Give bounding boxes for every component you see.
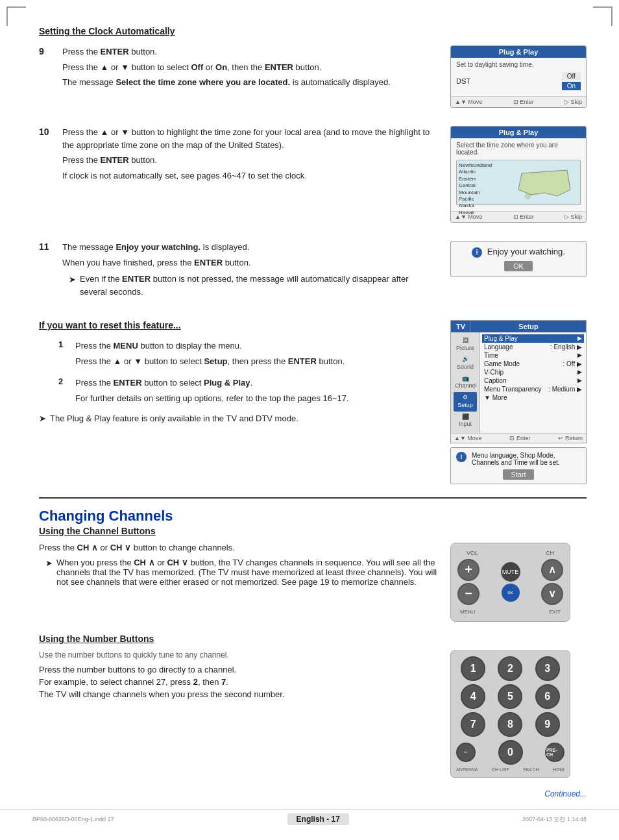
setup-item-time: Time ▶ [484, 351, 582, 360]
setup-item-caption-arrow: ▶ [577, 377, 582, 384]
num-btn-3[interactable]: 3 [535, 656, 560, 681]
tz-labels: Newfoundland Atlantic Eastern Central Mo… [459, 162, 492, 216]
timezone-subtitle: Select the time zone where you are locat… [456, 142, 581, 156]
step10-line2: Press the ENTER button. [62, 154, 437, 167]
tz-eastern: Eastern [459, 176, 492, 182]
note-arrow: ➤ [69, 273, 76, 298]
enjoy-text-row: i Enjoy your watching. [456, 247, 581, 258]
vol-down-button[interactable]: − [457, 583, 479, 605]
dst-subtitle: Set to daylight saving time. [456, 61, 581, 68]
reset-note: ➤ The Plug & Play feature is only availa… [39, 414, 437, 423]
ch-buttons-row: Press the CH ∧ or CH ∨ button to change … [39, 543, 587, 622]
sidebar-setup: ⚙Setup [454, 392, 477, 411]
setup-item-gamemode: Game Mode : Off ▶ [484, 360, 582, 368]
tz-central: Central [459, 182, 492, 189]
clock-section: Setting the Clock Automatically 9 Press … [39, 26, 587, 484]
vol-up-button[interactable]: + [457, 559, 479, 581]
dst-footer-enter: ⊡ Enter [513, 99, 534, 105]
prev-ch-btn[interactable]: PRE-CH [545, 743, 564, 762]
page: Setting the Clock Automatically 9 Press … [0, 0, 619, 840]
step11-line2: When you have finished, press the ENTER … [62, 256, 437, 269]
dst-label: DST [456, 77, 470, 85]
sidebar-picture: 🖼Picture [454, 335, 477, 354]
step11-note: ➤ Even if the ENTER button is not presse… [62, 273, 437, 298]
mute-button[interactable]: MUTE [501, 562, 520, 582]
step9-img: Plug & Play Set to daylight saving time.… [450, 45, 587, 114]
num-buttons-text: Use the number buttons to quickly tune t… [39, 650, 437, 778]
reset-step1-num: 1 [58, 340, 69, 370]
dst-off-option: Off [562, 72, 581, 80]
mute-area: MUTE ok [501, 562, 520, 602]
sidebar-sound: 🔊Sound [454, 354, 477, 373]
step10-row: 10 Press the ▲ or ▼ button to highlight … [39, 126, 587, 229]
reset-step2-line1: Press the ENTER button to select Plug & … [75, 377, 437, 389]
reset-note-text: The Plug & Play feature is only availabl… [50, 414, 298, 423]
setup-item-vchip: V-Chip ▶ [484, 368, 582, 377]
dash-btn[interactable]: − [456, 743, 476, 762]
start-text2: Channels and Time will be set. [472, 459, 560, 466]
setup-footer-move: ▲▼ Move [454, 435, 481, 441]
setup-item-menutrans-label: Menu Transparency [484, 386, 541, 393]
vol-label: VOL [467, 550, 478, 556]
setup-content: Plug & Play ▶ Language : English ▶ Time … [480, 332, 586, 433]
dst-footer: ▲▼ Move ⊡ Enter ▷ Skip [451, 96, 586, 107]
step11-num: 11 [39, 241, 56, 298]
ok-center-button[interactable]: ok [502, 584, 520, 602]
num-btn-9[interactable]: 9 [535, 712, 560, 737]
tz-footer-enter: ⊡ Enter [513, 214, 534, 220]
num-btn-8[interactable]: 8 [498, 712, 522, 737]
setup-item-caption-label: Caption [484, 377, 506, 384]
step11-note-text: Even if the ENTER button is not pressed,… [80, 273, 437, 298]
tz-atlantic: Atlantic [459, 169, 492, 175]
reset-text: If you want to reset this feature... 1 P… [39, 320, 437, 484]
dst-ui-box: Plug & Play Set to daylight saving time.… [450, 45, 587, 108]
reset-step2-num: 2 [58, 377, 69, 407]
step10-img: Plug & Play Select the time zone where y… [450, 126, 587, 229]
num-btn-5[interactable]: 5 [498, 684, 522, 709]
setup-header: TV Setup [451, 321, 586, 332]
step10-line1: Press the ▲ or ▼ button to highlight the… [62, 126, 437, 151]
num-btn-2[interactable]: 2 [498, 656, 522, 681]
ch-up-button[interactable]: ∧ [541, 559, 563, 581]
sidebar-channel: 📺Channel [454, 373, 477, 392]
step9-row: 9 Press the ENTER button. Press the ▲ or… [39, 45, 587, 114]
num-btn-6[interactable]: 6 [535, 684, 560, 709]
num-buttons-row: Use the number buttons to quickly tune t… [39, 650, 587, 778]
setup-header-tv: TV [451, 321, 471, 332]
reset-step1-content: Press the MENU button to display the men… [75, 340, 437, 370]
num-btn-4[interactable]: 4 [461, 684, 485, 709]
ch-remote-img: VOL CH + − MUTE ok [450, 543, 587, 622]
start-icon: i [456, 452, 467, 462]
ch-buttons-title: Using the Channel Buttons [39, 526, 587, 536]
setup-footer-return: ↩ Return [558, 435, 583, 441]
setup-item-more: ▼ More [484, 393, 582, 402]
step9-line3: The message Select the time zone where y… [62, 76, 437, 89]
setup-item-language: Language : English ▶ [484, 343, 582, 351]
ch-buttons-text: Press the CH ∧ or CH ∨ button to change … [39, 543, 437, 622]
setup-item-gamemode-label: Game Mode [484, 360, 520, 367]
tz-alaska: Alaska [459, 203, 492, 209]
ch-down-button[interactable]: ∨ [541, 583, 563, 605]
num-btn-1[interactable]: 1 [461, 656, 485, 681]
setup-item-caption: Caption ▶ [484, 377, 582, 385]
step9-line2: Press the ▲ or ▼ button to select Off or… [62, 61, 437, 74]
vol-ch-buttons-row: + − MUTE ok ∧ ∨ [457, 559, 563, 605]
setup-header-setup: Setup [471, 321, 586, 332]
num-p3: The TV will change channels when you pre… [39, 689, 437, 699]
num-btn-0[interactable]: 0 [498, 740, 523, 765]
step11-content: The message Enjoy your watching. is disp… [62, 241, 437, 298]
ch-note-text: When you press the CH ∧ or CH ∨ button, … [56, 558, 437, 587]
ch-note-arrow: ➤ [45, 558, 53, 587]
channels-title: Changing Channels [39, 508, 587, 525]
start-button: Start [503, 469, 533, 480]
timezone-map: Newfoundland Atlantic Eastern Central Mo… [456, 160, 581, 205]
num-btn-7[interactable]: 7 [461, 712, 485, 737]
setup-item-vchip-arrow: ▶ [577, 369, 582, 376]
setup-item-vchip-label: V-Chip [484, 369, 504, 376]
ch-buttons: ∧ ∨ [541, 559, 563, 605]
dst-options: Off On [562, 72, 581, 90]
footer-hdmi: HDMI [553, 767, 564, 772]
enjoy-box: i Enjoy your watching. OK [450, 241, 587, 277]
setup-sidebar: 🖼Picture 🔊Sound 📺Channel ⚙Setup ⬛Input [451, 332, 480, 433]
step10-content: Press the ▲ or ▼ button to highlight the… [62, 126, 437, 184]
